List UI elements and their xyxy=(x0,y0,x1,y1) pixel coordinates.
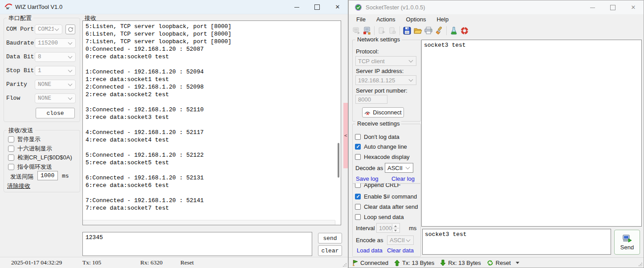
checkbox-label: 指令循环发送 xyxy=(17,163,52,171)
spinner-arrows[interactable] xyxy=(392,224,399,232)
checkbox-label: Enable $# command xyxy=(364,193,417,200)
status-tx: Tx: 105 xyxy=(82,259,101,266)
append-crlf-checkbox[interactable]: Append CRLF xyxy=(355,183,417,188)
test-button[interactable] xyxy=(448,25,459,36)
checkbox-icon[interactable] xyxy=(8,136,14,142)
disconnect-button[interactable] xyxy=(362,25,372,36)
status-rx: Rx: 13 Bytes xyxy=(448,260,481,266)
rx-down-arrow-icon xyxy=(440,260,446,266)
save-log-link[interactable]: Save log xyxy=(356,175,379,182)
checkbox-icon[interactable] xyxy=(355,194,361,199)
detect-crlf-checkbox[interactable]: 检测CR_LF($0D$0A) xyxy=(8,154,72,162)
help-button[interactable] xyxy=(459,25,470,36)
menu-help[interactable]: Help xyxy=(432,15,452,24)
checkbox-icon[interactable] xyxy=(355,144,361,150)
status-caret-down-icon[interactable] xyxy=(516,262,519,264)
spin-up-icon[interactable] xyxy=(392,224,399,228)
loop-send-data-checkbox[interactable]: Loop send data xyxy=(355,214,404,220)
upload-icon xyxy=(377,26,386,35)
dont-log-data-checkbox[interactable]: Don't log data xyxy=(355,134,399,140)
checkbox-icon[interactable] xyxy=(8,146,14,152)
enable-command-checkbox[interactable]: Enable $# command xyxy=(355,193,417,200)
left-statusbar: 2025-01-17 04:32:29 Tx: 105 Rx: 6320 Res… xyxy=(0,257,348,268)
checkbox-icon[interactable] xyxy=(355,134,361,140)
spin-down-icon[interactable] xyxy=(392,228,399,232)
menu-file[interactable]: File xyxy=(352,15,370,24)
checkbox-icon[interactable] xyxy=(355,154,361,160)
close-button[interactable]: ✕ xyxy=(623,0,644,14)
clear-button[interactable]: clear xyxy=(318,245,342,256)
right-titlebar[interactable]: SocketTester (v1.0.0.5) ✕ xyxy=(349,0,644,14)
clear-log-button[interactable] xyxy=(434,25,444,36)
checkbox-icon[interactable] xyxy=(8,154,14,161)
maximize-button[interactable] xyxy=(307,0,327,14)
send-button[interactable]: send xyxy=(318,233,342,244)
upload-data-button[interactable] xyxy=(376,25,387,36)
checkbox-icon[interactable] xyxy=(8,164,14,170)
checkbox-label: Don't log data xyxy=(364,134,399,140)
protocol-select[interactable]: TCP client xyxy=(355,56,416,66)
checkbox-icon[interactable] xyxy=(355,204,361,210)
right-statusbar: Connected Tx: 13 Bytes Rx: 13 Bytes Rese… xyxy=(349,257,644,268)
com-port-select[interactable]: COM21 xyxy=(35,24,62,34)
minimize-icon xyxy=(294,7,299,8)
resize-grip[interactable] xyxy=(638,262,643,267)
horizontal-scrollbar[interactable] xyxy=(83,220,335,225)
send-interval-label: 发送间隔 xyxy=(10,173,33,181)
resize-grip[interactable] xyxy=(342,263,347,267)
clear-data-after-send-checkbox[interactable]: Clear data after send xyxy=(355,203,418,210)
checkbox-icon[interactable] xyxy=(355,183,361,188)
open-button[interactable] xyxy=(412,25,423,36)
close-button[interactable]: ✕ xyxy=(327,0,348,14)
status-reset[interactable]: Reset xyxy=(180,259,194,266)
close-port-button[interactable]: close xyxy=(36,108,75,118)
checkbox-icon[interactable] xyxy=(355,214,361,220)
send-interval-input[interactable]: 1000 xyxy=(37,171,58,180)
scrollbar-corner-divider xyxy=(335,220,335,225)
hex-display-checkbox[interactable]: 十六进制显示 xyxy=(8,145,52,153)
auto-change-line-checkbox[interactable]: Auto change line xyxy=(355,143,407,150)
encode-as-label: Encode as xyxy=(356,237,383,244)
minimize-button[interactable] xyxy=(582,0,603,14)
left-titlebar[interactable]: w WIZ UartTool V1.0 ✕ xyxy=(0,0,348,14)
socket-send-button[interactable]: Send xyxy=(614,230,640,255)
vertical-scrollbar-thumb[interactable] xyxy=(338,143,339,178)
interval-spinner[interactable]: 1000 xyxy=(376,223,400,233)
slide-out-panel-handle[interactable]: < xyxy=(343,103,348,168)
clear-log-link[interactable]: Clear log xyxy=(391,175,415,182)
clear-receive-link[interactable]: 清除接收 xyxy=(7,182,30,190)
pause-display-checkbox[interactable]: 暂停显示 xyxy=(8,135,41,143)
connect-button[interactable] xyxy=(351,25,362,36)
parity-select[interactable]: NONE xyxy=(35,80,76,89)
download-data-button[interactable] xyxy=(387,25,398,36)
loop-send-checkbox[interactable]: 指令循环发送 xyxy=(8,163,52,171)
socket-receive-area[interactable]: socket3 test xyxy=(421,40,642,227)
data-bit-select[interactable]: 8 xyxy=(35,52,76,62)
baudrate-select[interactable]: 115200 xyxy=(35,38,76,48)
hexacode-display-checkbox[interactable]: Hexacode display xyxy=(355,154,410,160)
server-port-input[interactable]: 8000 xyxy=(355,95,387,104)
server-ip-select[interactable]: 192.168.1.125 xyxy=(355,75,416,85)
minimize-button[interactable] xyxy=(286,0,307,14)
interval-unit: ms xyxy=(409,225,416,231)
send-input-area[interactable]: 12345 xyxy=(82,232,312,256)
interval-unit-label: ms xyxy=(62,173,69,179)
encode-as-select[interactable]: ASCII xyxy=(387,236,414,245)
clear-data-link[interactable]: Clear data xyxy=(387,247,414,254)
flow-select[interactable]: NONE xyxy=(35,93,76,103)
checkbox-label: Append CRLF xyxy=(364,183,400,188)
save-button[interactable] xyxy=(402,25,412,36)
stop-bit-select[interactable]: 1 xyxy=(35,66,76,76)
socket-send-area[interactable]: socket3 test xyxy=(422,229,611,255)
disconnect-connection-button[interactable]: Disconnect xyxy=(362,107,404,118)
refresh-ports-button[interactable] xyxy=(65,24,75,34)
menu-actions[interactable]: Actions xyxy=(372,15,399,24)
status-reset[interactable]: Reset xyxy=(496,260,511,266)
receive-log-area[interactable]: 5:Listen, TCP server loopback, port [800… xyxy=(82,20,341,225)
menu-options[interactable]: Options xyxy=(402,15,430,24)
maximize-button[interactable] xyxy=(603,0,623,14)
load-data-link[interactable]: Load data xyxy=(357,247,383,254)
baudrate-label: Baudrate xyxy=(6,40,34,46)
print-button[interactable] xyxy=(423,25,434,36)
decode-as-select[interactable]: ASCII xyxy=(385,163,413,173)
